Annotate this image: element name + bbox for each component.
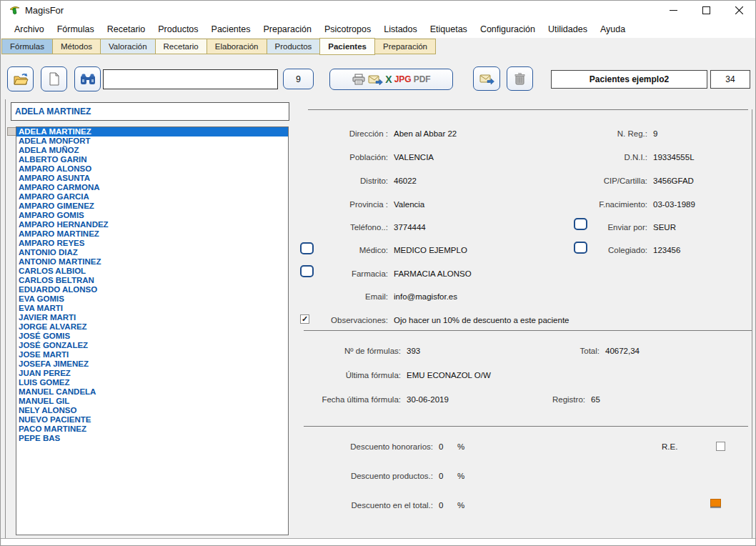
list-item[interactable]: EVA MARTI (16, 304, 288, 313)
tab-pacientes[interactable]: Pacientes (319, 38, 375, 55)
field-label: D.N.I.: (564, 153, 647, 162)
field-value[interactable]: 3456GFAD (653, 177, 694, 185)
list-item[interactable]: AMPARO HERNANDEZ (16, 220, 288, 229)
field-value[interactable]: VALENCIA (394, 153, 434, 162)
search-input[interactable] (103, 69, 278, 89)
list-item[interactable]: EDUARDO ALONSO (16, 285, 288, 294)
field-value[interactable]: Valencia (394, 200, 424, 209)
delete-button[interactable] (507, 66, 533, 91)
list-item[interactable]: PEPE BAS (16, 434, 288, 443)
close-button[interactable] (723, 1, 755, 20)
list-item[interactable]: AMPARO REYES (16, 239, 288, 248)
menu-item[interactable]: Fórmulas (51, 22, 101, 36)
field-value[interactable]: 0 (439, 442, 457, 451)
field-value[interactable]: 3774444 (394, 223, 426, 232)
open-folder-icon (13, 73, 29, 86)
medico-lookup-button[interactable] (300, 242, 314, 254)
list-item[interactable]: MANUEL CANDELA (16, 387, 288, 397)
menu-item[interactable]: Utilidades (542, 22, 594, 36)
list-item[interactable]: ADELA MUÑOZ (16, 146, 288, 155)
field-value: 40672,34 (605, 347, 640, 355)
field-value[interactable]: 19334555L (653, 153, 695, 162)
field-value[interactable]: info@magisfor.es (394, 292, 457, 301)
menu-bar: ArchivoFórmulasRecetarioProductosPacient… (1, 20, 755, 38)
search-count-field[interactable]: 9 (283, 69, 314, 89)
open-button[interactable] (7, 66, 34, 91)
list-item[interactable]: AMPARO ASUNTA (16, 174, 288, 183)
trash-icon (514, 73, 525, 85)
tab-recetario[interactable]: Recetario (155, 39, 207, 54)
menu-item[interactable]: Preparación (257, 22, 317, 36)
field-value[interactable]: SEUR (653, 223, 676, 232)
list-item[interactable]: ANTONIO DIAZ (16, 248, 288, 257)
maximize-button[interactable] (690, 1, 722, 20)
list-item[interactable]: AMPARO GIMENEZ (16, 202, 288, 211)
dataset-name-field[interactable]: Pacientes ejemplo2 (551, 70, 707, 89)
list-item[interactable]: JOSEFA JIMENEZ (16, 359, 288, 369)
tab-elaboracion[interactable]: Elaboración (207, 39, 267, 54)
menu-item[interactable]: Configuración (474, 22, 542, 36)
list-item[interactable]: JOSÉ GOMIS (16, 332, 288, 341)
observaciones-checkbox[interactable]: ✓ (300, 314, 309, 324)
list-item[interactable]: JOSE MARTI (16, 350, 288, 359)
menu-item[interactable]: Productos (151, 22, 204, 36)
list-item[interactable]: LUIS GOMEZ (16, 378, 288, 387)
list-item[interactable]: ANTONIO MARTINEZ (16, 257, 288, 267)
list-item[interactable]: EVA GOMIS (16, 294, 288, 304)
patient-list[interactable]: ADELA MARTINEZADELA MONFORTADELA MUÑOZAL… (16, 126, 289, 535)
send-button[interactable] (473, 66, 500, 91)
list-item[interactable]: AMPARO GARCIA (16, 192, 288, 202)
list-item[interactable]: AMPARO MARTINEZ (16, 229, 288, 239)
list-item[interactable]: PACO MARTINEZ (16, 425, 288, 434)
list-item[interactable]: NELY ALONSO (16, 406, 288, 415)
re-checkbox[interactable] (716, 442, 725, 451)
tab-formulas[interactable]: Fórmulas (1, 39, 53, 54)
field-value[interactable]: 0 (439, 472, 457, 480)
list-item[interactable]: ADELA MARTINEZ (16, 127, 288, 136)
field-value[interactable]: 0 (439, 501, 457, 510)
minimize-button[interactable] (657, 1, 690, 20)
field-value[interactable]: MEDICO EJEMPLO (394, 246, 467, 254)
list-item[interactable]: JUAN PEREZ (16, 369, 288, 378)
list-item[interactable]: JAVIER MARTI (16, 313, 288, 322)
list-item[interactable]: NUEVO PACIENTE (16, 415, 288, 425)
print-export-button[interactable]: X JPG PDF (329, 69, 453, 90)
field-value[interactable]: FARMACIA ALONSO (394, 269, 472, 278)
search-button[interactable] (74, 66, 101, 91)
menu-item[interactable]: Psicotropos (318, 22, 377, 36)
field-value[interactable]: 123456 (653, 246, 680, 254)
list-item[interactable]: ALBERTO GARIN (16, 155, 288, 164)
field-value[interactable]: Aben al Abbar 22 (394, 129, 457, 138)
list-item[interactable]: ADELA MONFORT (16, 136, 288, 146)
enviar-por-lookup-button[interactable] (574, 218, 587, 230)
menu-item[interactable]: Etiquetas (424, 22, 474, 36)
field-value[interactable]: 46022 (394, 177, 417, 185)
list-item[interactable]: AMPARO ALONSO (16, 164, 288, 174)
list-item[interactable]: MANUEL GIL (16, 397, 288, 406)
list-item[interactable]: AMPARO GOMIS (16, 211, 288, 220)
tab-productos[interactable]: Productos (267, 39, 321, 54)
list-item[interactable]: AMPARO CARMONA (16, 183, 288, 192)
menu-item[interactable]: Ayuda (594, 22, 632, 36)
field-label: Registro: (517, 395, 585, 404)
send-mail-icon (479, 73, 494, 85)
menu-item[interactable]: Pacientes (205, 22, 257, 36)
list-item[interactable]: CARLOS ALBIOL (16, 267, 288, 276)
farmacia-lookup-button[interactable] (300, 265, 314, 277)
field-value[interactable]: 9 (653, 129, 657, 138)
field-value[interactable]: Ojo hacer un 10% de descuento a este pac… (394, 316, 570, 324)
tab-valoracion[interactable]: Valoración (100, 39, 156, 54)
field-value[interactable]: 03-03-1989 (653, 200, 695, 209)
list-item[interactable]: JORGE ALVAREZ (16, 322, 288, 332)
menu-item[interactable]: Listados (377, 22, 424, 36)
list-item[interactable]: CARLOS BELTRAN (16, 276, 288, 285)
orange-indicator-button[interactable] (710, 499, 721, 508)
colegiado-lookup-button[interactable] (574, 242, 587, 254)
tab-preparacion[interactable]: Preparación (374, 39, 436, 54)
tab-metodos[interactable]: Métodos (52, 39, 101, 54)
menu-item[interactable]: Archivo (8, 22, 51, 36)
new-button[interactable] (41, 66, 67, 91)
list-item[interactable]: JOSÉ GONZALEZ (16, 341, 288, 350)
patient-filter-input[interactable] (11, 102, 289, 121)
menu-item[interactable]: Recetario (101, 22, 152, 36)
